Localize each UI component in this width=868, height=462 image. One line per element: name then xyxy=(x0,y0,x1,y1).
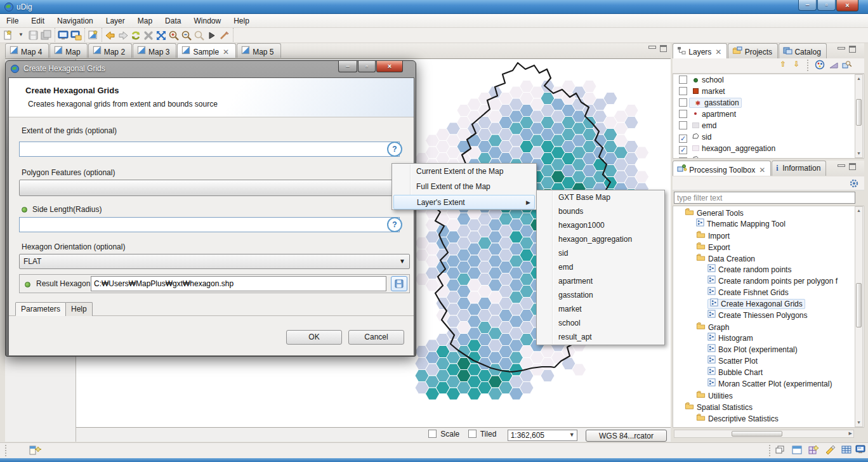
layer-visibility-checkbox[interactable]: ✓ xyxy=(679,157,687,159)
tree-item-descriptive-statistics[interactable]: Descriptive Statistics xyxy=(673,412,864,423)
tree-item-create-hexagonal-grids[interactable]: Create Hexagonal Grids xyxy=(673,298,864,309)
editor-window-icon[interactable] xyxy=(792,446,802,456)
ok-button[interactable]: OK xyxy=(286,330,342,345)
editor-tab-map-5[interactable]: Map 5 xyxy=(237,43,280,58)
tree-item-create-thiessen-polygons[interactable]: Create Thiessen Polygons xyxy=(673,309,864,320)
tree-item-create-random-points[interactable]: Create random points xyxy=(673,263,864,275)
layer-row-partial[interactable]: ✓ xyxy=(673,154,864,159)
layers-tab-projects[interactable]: Projects xyxy=(728,43,778,58)
scroll-down-arrow[interactable]: ▼ xyxy=(855,150,862,157)
layer-visibility-checkbox[interactable]: ✓ xyxy=(679,146,687,154)
editor-tab-map-4[interactable]: Map 4 xyxy=(5,43,49,58)
menu-edit[interactable]: Edit xyxy=(25,14,51,27)
tree-item-scatter-plot[interactable]: Scatter Plot xyxy=(673,355,864,366)
submenu-item-emd[interactable]: emd xyxy=(538,260,663,274)
toolbox-scrollbar-thumb[interactable] xyxy=(856,283,862,327)
menu-layer[interactable]: Layer xyxy=(100,14,131,27)
tree-item-graph[interactable]: Graph xyxy=(673,320,864,332)
tree-entry[interactable]: General Tools xyxy=(685,209,744,218)
toolbox-tab-information[interactable]: i Information xyxy=(772,161,826,176)
submenu-item-school[interactable]: school xyxy=(538,316,663,330)
tree-item-box-plot-experimental-[interactable]: Box Plot (experimental) xyxy=(673,343,864,355)
menu-navigation[interactable]: Navigation xyxy=(51,14,100,27)
tree-item-histogram[interactable]: Histogram xyxy=(673,332,864,343)
back-arrow-icon[interactable] xyxy=(104,29,117,41)
menu-data[interactable]: Data xyxy=(159,14,187,27)
side-length-help-button[interactable]: ? xyxy=(387,217,402,232)
submenu-item-sid[interactable]: sid xyxy=(538,246,663,260)
toolbox-tab-processing-toolbox[interactable]: Processing Toolbox✕ xyxy=(673,161,771,176)
tree-item-thematic-mapping-tool[interactable]: Thematic Mapping Tool xyxy=(673,218,864,229)
tree-item-moran-scatter-plot-experimental-[interactable]: Moran Scatter Plot (experimental) xyxy=(673,378,864,389)
tree-entry[interactable]: Thematic Mapping Tool xyxy=(696,220,786,228)
help-tab[interactable]: Help xyxy=(65,302,93,316)
toolbox-filter-input[interactable] xyxy=(674,192,855,204)
layer-row-sid[interactable]: ✓sid xyxy=(673,131,864,143)
tab-close-icon[interactable]: ✕ xyxy=(759,166,765,175)
scroll-up-arrow[interactable]: ▲ xyxy=(855,207,862,214)
delete-icon[interactable] xyxy=(142,29,155,41)
editor-tab-map-3[interactable]: Map 3 xyxy=(133,43,176,58)
layers-scrollbar-thumb[interactable] xyxy=(856,99,862,126)
editor-maximize-icon[interactable] xyxy=(660,45,667,52)
toolbox-hscrollbar-thumb[interactable] xyxy=(732,431,782,437)
submenu-item-result-apt[interactable]: result_apt xyxy=(538,330,663,344)
style-palette-icon[interactable] xyxy=(814,60,825,71)
dialog-maximize-button[interactable]: ▫ xyxy=(358,61,376,72)
layer-entry[interactable]: hexagon_aggregation xyxy=(689,144,775,153)
restore-pane-icon[interactable] xyxy=(775,446,785,456)
move-down-arrow-icon[interactable]: ⇩ xyxy=(791,60,803,71)
tree-entry[interactable]: Histogram xyxy=(707,334,753,343)
marker-pen-icon[interactable] xyxy=(825,445,836,457)
window-minimize-button[interactable]: – xyxy=(798,0,817,11)
layers-tab-catalog[interactable]: Catalog xyxy=(779,43,827,58)
tree-entry[interactable]: Create random points xyxy=(707,265,791,274)
layer-visibility-checkbox[interactable] xyxy=(679,121,687,129)
tree-entry[interactable]: Utilities xyxy=(696,392,733,400)
tree-item-export[interactable]: Export xyxy=(673,241,864,252)
editor-tab-sample[interactable]: Sample✕ xyxy=(177,43,236,58)
tab-close-icon[interactable]: ✕ xyxy=(223,48,229,56)
window-close-button[interactable]: × xyxy=(836,0,858,11)
zoom-extent-icon[interactable] xyxy=(155,29,168,41)
tab-close-icon[interactable]: ✕ xyxy=(715,48,721,56)
dropdown-arrow-icon[interactable]: ▼ xyxy=(15,29,27,41)
tree-entry[interactable]: Create random points per polygon f xyxy=(707,277,838,286)
tree-item-spatial-statistics[interactable]: Spatial Statistics xyxy=(673,400,864,412)
submenu-item-hexagon-aggregation[interactable]: hexagon_aggregation xyxy=(538,232,663,246)
scroll-up-arrow[interactable]: ▲ xyxy=(855,75,862,82)
tree-item-bubble-chart[interactable]: Bubble Chart xyxy=(673,366,864,378)
submenu-item-apartment[interactable]: apartment xyxy=(538,274,663,288)
tree-item-utilities[interactable]: Utilities xyxy=(673,389,864,400)
perspective-new-icon[interactable] xyxy=(29,445,42,458)
wedge-icon[interactable] xyxy=(828,60,839,71)
draw-line-icon[interactable] xyxy=(218,29,231,41)
layer-entry[interactable]: apartment xyxy=(689,110,736,119)
forward-arrow-icon[interactable] xyxy=(117,29,129,41)
scale-checkbox[interactable] xyxy=(428,430,437,438)
window-titlebar[interactable]: uDig – ▫ × xyxy=(0,0,868,14)
tree-entry[interactable]: Create Fishnet Grids xyxy=(707,288,789,297)
extent-input[interactable] xyxy=(19,142,400,157)
submenu-item-gasstation[interactable]: gasstation xyxy=(538,288,663,302)
side-length-input[interactable] xyxy=(19,217,400,232)
menu-item-layer-s-extent[interactable]: Layer's Extent▶ xyxy=(393,195,535,209)
window-restore-button[interactable]: ▫ xyxy=(817,0,836,11)
save-result-button[interactable] xyxy=(391,276,407,291)
parameters-tab[interactable]: Parameters xyxy=(15,302,66,316)
scale-combo[interactable]: 1:362,605 ▼ xyxy=(508,430,577,441)
toolbox-panel-maximize-icon[interactable] xyxy=(849,163,856,170)
menu-file[interactable]: File xyxy=(0,14,25,27)
tree-entry[interactable]: Descriptive Statistics xyxy=(696,414,779,423)
cancel-button[interactable]: Cancel xyxy=(348,330,404,345)
tree-entry[interactable]: Scatter Plot xyxy=(707,357,758,366)
save-icon[interactable] xyxy=(27,29,40,41)
layers-panel-maximize-icon[interactable] xyxy=(849,46,856,53)
menu-help[interactable]: Help xyxy=(227,14,256,27)
layer-row-gasstation[interactable]: ✱gasstation xyxy=(673,97,864,109)
layer-entry[interactable]: market xyxy=(689,87,725,96)
menu-map[interactable]: Map xyxy=(131,14,159,27)
tree-entry[interactable]: Create Hexagonal Grids xyxy=(707,299,805,309)
layers-tab-layers[interactable]: Layers✕ xyxy=(673,43,727,58)
dialog-close-button[interactable]: × xyxy=(376,61,403,72)
